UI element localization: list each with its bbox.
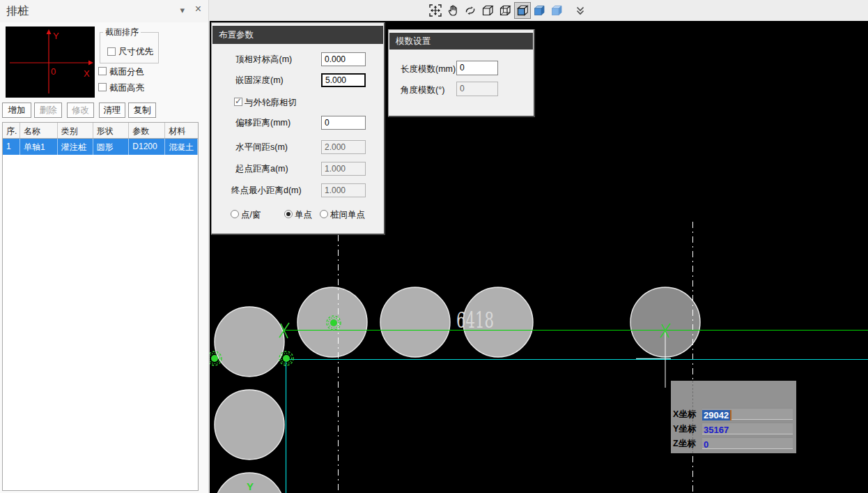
cell-index: 1 (3, 139, 20, 155)
z-coordinate-value: 0 (702, 439, 710, 450)
length-modulus-field[interactable]: 0 (456, 61, 498, 75)
col-header-material: 材料 (165, 123, 198, 138)
app-window: 6418 Y (0, 0, 868, 493)
size-priority-label: 尺寸优先 (118, 46, 153, 58)
hidden-line-cube-icon (498, 3, 512, 17)
realistic-view-button[interactable] (548, 2, 565, 19)
copy-button[interactable]: 复制 (128, 103, 156, 118)
angle-modulus-label: 角度模数(°) (401, 84, 444, 96)
dimension-text: 6418 (456, 308, 494, 333)
z-coordinate-field[interactable]: 0 (702, 437, 793, 449)
col-header-shape: 形状 (93, 123, 130, 138)
embed-depth-label: 嵌固深度(m) (235, 75, 284, 86)
pile-row-panel: 排桩 ▾ × Y 0 X 截面排序 尺寸优先 截面分色 截面高亮 增加 删除 修… (0, 0, 209, 493)
cell-shape: 圆形 (93, 139, 130, 155)
end-min-distance-field[interactable]: 1.000 (321, 183, 366, 197)
cell-material: 混凝土 (165, 139, 198, 155)
col-header-name: 名称 (20, 123, 58, 138)
pile-circle-corner[interactable] (215, 307, 284, 377)
section-highlight-checkbox[interactable] (98, 83, 107, 91)
orbit-icon (463, 3, 477, 17)
col-header-category: 类别 (58, 123, 93, 138)
table-header-row: 序. 名称 类别 形状 参数 材料 (3, 123, 198, 139)
cleanup-button[interactable]: 清理 (99, 103, 125, 118)
start-distance-label: 起点距离a(m) (235, 163, 288, 175)
zoom-extents-button[interactable] (427, 2, 444, 19)
pan-button[interactable] (444, 2, 461, 19)
single-point-label: 单点 (295, 209, 312, 221)
angle-modulus-field[interactable]: 0 (456, 82, 498, 96)
point-window-label: 点/窗 (241, 209, 261, 221)
view-toolbar (209, 0, 868, 21)
offset-distance-field[interactable]: 0 (321, 116, 366, 130)
pan-hand-icon (446, 3, 460, 17)
z-coordinate-label: Z坐标 (673, 438, 702, 450)
preview-y-label: Y (53, 31, 59, 41)
end-min-distance-label: 终点最小距离d(m) (231, 185, 302, 197)
add-button[interactable]: 增加 (2, 103, 31, 118)
preview-x-label: X (84, 68, 90, 79)
pile-circle[interactable] (380, 287, 450, 357)
collapse-panel-icon[interactable]: ▾ (180, 5, 185, 15)
shaded-edges-view-button[interactable] (514, 2, 531, 19)
preview-origin-label: 0 (51, 66, 56, 77)
pile-circle[interactable] (215, 390, 284, 460)
panel-titlebar: 排桩 ▾ × (0, 0, 208, 22)
section-axis-preview: Y 0 X (6, 26, 95, 98)
size-priority-checkbox[interactable] (107, 47, 116, 56)
modulus-panel-header[interactable]: 模数设置 (389, 33, 533, 50)
hidden-line-view-button[interactable] (497, 2, 513, 19)
section-color-label: 截面分色 (109, 66, 144, 78)
x-coordinate-label: X坐标 (673, 409, 702, 420)
length-modulus-label: 长度模数(mm) (401, 63, 456, 75)
single-point-radio[interactable] (284, 210, 293, 218)
offset-distance-label: 偏移距离(mm) (235, 117, 290, 129)
panel-title: 排桩 (6, 4, 29, 19)
x-coordinate-value: 29042 (702, 410, 731, 420)
between-piles-radio[interactable] (320, 210, 328, 218)
wireframe-view-button[interactable] (479, 2, 496, 19)
start-distance-field[interactable]: 1.000 (321, 162, 366, 176)
section-color-checkbox[interactable] (98, 67, 107, 75)
y-coordinate-field[interactable]: 35167 (702, 423, 793, 434)
modulus-settings-panel: 模数设置 长度模数(mm) 0 角度模数(°) 0 (388, 29, 535, 117)
layout-parameters-panel: 布置参数 顶相对标高(m) 0.000 嵌固深度(m) 5.000 与外轮廓相切… (211, 22, 385, 235)
col-header-parameter: 参数 (129, 123, 165, 138)
orbit-button[interactable] (462, 2, 479, 19)
tangent-outline-label: 与外轮廓相切 (245, 97, 297, 109)
cell-name: 单轴1 (20, 139, 58, 155)
solid-cube-light-icon (550, 3, 564, 17)
top-elevation-field[interactable]: 0.000 (321, 52, 366, 66)
tangent-outline-checkbox[interactable] (234, 98, 242, 106)
zoom-extents-icon (428, 3, 442, 17)
col-header-index: 序. (3, 123, 20, 138)
shaded-view-button[interactable] (531, 2, 548, 19)
modify-button[interactable]: 修改 (67, 103, 94, 118)
section-highlight-label: 截面高亮 (109, 82, 144, 94)
horizontal-spacing-field[interactable]: 2.000 (321, 140, 366, 154)
cell-parameter: D1200 (129, 139, 165, 155)
cell-category: 灌注桩 (58, 139, 93, 155)
pile-section-table: 序. 名称 类别 形状 参数 材料 1 单轴1 灌注桩 圆形 D1200 混凝土 (2, 122, 199, 491)
x-coordinate-field[interactable]: 29042 (702, 408, 793, 420)
embed-depth-field[interactable]: 5.000 (321, 73, 366, 87)
coordinate-tooltip-panel: X坐标 29042 Y坐标 35167 Z坐标 0 (671, 381, 796, 453)
toolbar-expand-button[interactable] (572, 2, 589, 19)
shaded-edges-cube-icon (516, 3, 529, 17)
between-piles-label: 桩间单点 (330, 209, 365, 221)
top-elevation-label: 顶相对标高(m) (235, 54, 292, 66)
solid-cube-icon (532, 3, 546, 17)
point-window-radio[interactable] (231, 210, 239, 218)
wireframe-cube-icon (481, 3, 495, 17)
section-sort-group-title: 截面排序 (103, 26, 141, 38)
y-axis-label: Y (247, 480, 254, 492)
horizontal-spacing-label: 水平间距s(m) (235, 142, 288, 153)
delete-button[interactable]: 删除 (34, 103, 62, 118)
y-coordinate-value: 35167 (702, 425, 730, 435)
y-coordinate-label: Y坐标 (673, 423, 702, 435)
close-panel-icon[interactable]: × (195, 3, 201, 15)
layout-panel-header[interactable]: 布置参数 (212, 26, 383, 44)
double-chevron-down-icon (573, 3, 587, 17)
table-row[interactable]: 1 单轴1 灌注桩 圆形 D1200 混凝土 (3, 139, 198, 155)
